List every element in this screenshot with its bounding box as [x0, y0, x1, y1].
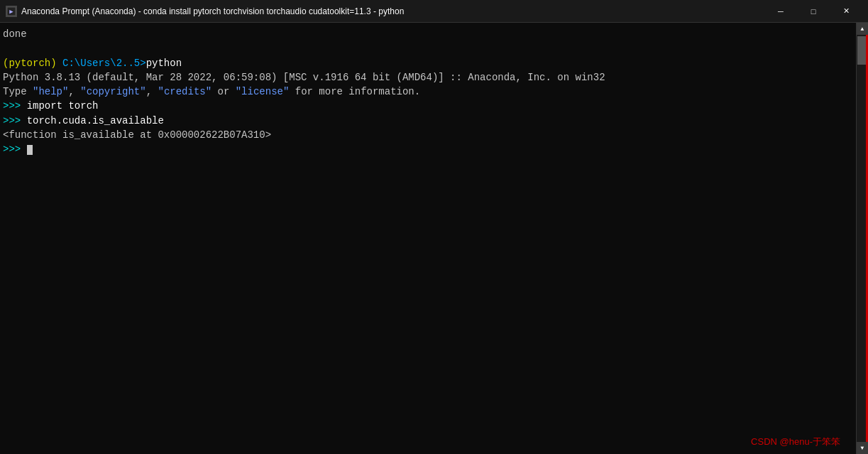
- scrollbar[interactable]: ▲ ▼: [856, 23, 868, 454]
- app-icon: ▶: [6, 6, 17, 17]
- minimize-button[interactable]: ─: [764, 0, 797, 23]
- window-title: Anaconda Prompt (Anaconda) - conda insta…: [21, 6, 764, 16]
- terminal-line-version: Python 3.8.13 (default, Mar 28 2022, 06:…: [3, 70, 853, 85]
- copyright-keyword: "copyright": [80, 86, 145, 97]
- terminal-line-import: >>> import torch: [3, 99, 853, 113]
- terminal-line-done: done: [3, 27, 853, 41]
- maximize-button[interactable]: □: [797, 0, 830, 23]
- watermark: CSDN @henu-于笨笨: [751, 436, 840, 448]
- import-torch-cmd: import torch: [27, 100, 99, 112]
- credits-keyword: "credits": [158, 86, 211, 97]
- scroll-down-button[interactable]: ▼: [857, 442, 869, 454]
- title-bar: ▶ Anaconda Prompt (Anaconda) - conda ins…: [0, 0, 868, 23]
- repl-prompt-1: >>>: [3, 100, 21, 112]
- scrollbar-track[interactable]: [857, 35, 868, 442]
- terminal-line-typehelp: Type "help", "copyright", "credits" or "…: [3, 85, 853, 99]
- cuda-cmd: torch.cuda.is_available: [27, 115, 164, 126]
- close-button[interactable]: ✕: [830, 0, 862, 23]
- path-label: C:\Users\2..5>: [62, 58, 146, 69]
- help-keyword: "help": [33, 86, 68, 97]
- svg-text:▶: ▶: [9, 9, 13, 16]
- repl-prompt-3: >>>: [3, 144, 21, 155]
- terminal-cursor: [27, 145, 33, 155]
- env-label: (pytorch): [3, 58, 57, 69]
- terminal-line-funcoutput: <function is_available at 0x000002622B07…: [3, 128, 853, 142]
- terminal-line-cursor: >>>: [3, 142, 853, 156]
- terminal-line-prompt-python: (pytorch) C:\Users\2..5>python: [3, 56, 853, 70]
- scroll-up-button[interactable]: ▲: [857, 23, 869, 35]
- window-controls: ─ □ ✕: [764, 0, 862, 23]
- repl-prompt-2: >>>: [3, 115, 21, 126]
- license-keyword: "license": [236, 86, 290, 97]
- terminal-content[interactable]: done (pytorch) C:\Users\2..5>python Pyth…: [0, 23, 856, 454]
- terminal-window: done (pytorch) C:\Users\2..5>python Pyth…: [0, 23, 868, 454]
- terminal-line-blank: [3, 41, 853, 55]
- terminal-line-cuda: >>> torch.cuda.is_available: [3, 114, 853, 128]
- cmd-python: python: [146, 58, 182, 69]
